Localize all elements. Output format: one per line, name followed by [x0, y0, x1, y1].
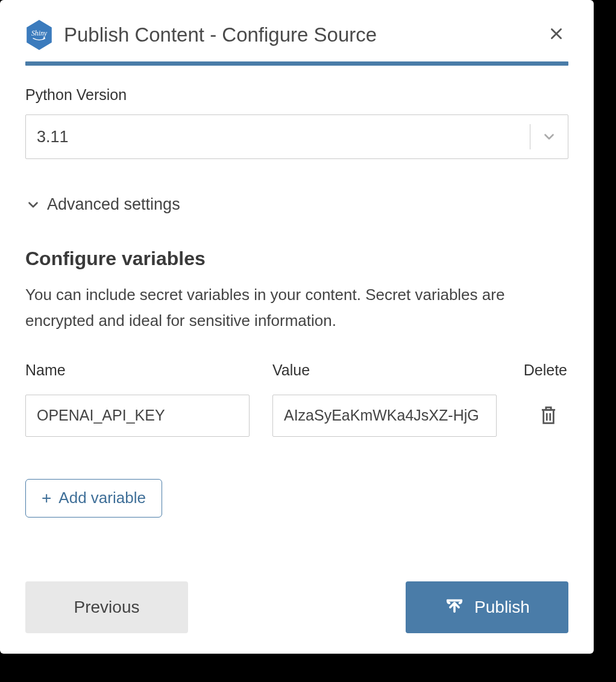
dialog-header: Shiny Publish Content - Configure Source: [25, 19, 568, 51]
dialog-body: Shiny Publish Content - Configure Source…: [0, 0, 594, 518]
shiny-logo-icon: Shiny: [25, 19, 53, 51]
svg-text:Shiny: Shiny: [31, 30, 48, 37]
python-version-value: 3.11: [37, 128, 530, 146]
variable-row: [25, 395, 568, 437]
header-divider: [25, 61, 568, 66]
delete-variable-button[interactable]: [538, 405, 559, 427]
publish-label: Publish: [474, 598, 530, 617]
dialog-footer: Previous Publish: [25, 581, 568, 633]
close-icon: [548, 26, 564, 44]
variables-table: Name Value Delete: [25, 361, 568, 437]
plus-icon: +: [42, 490, 51, 507]
python-version-label: Python Version: [25, 86, 568, 104]
chevron-down-icon: [25, 197, 41, 213]
upload-icon: [444, 597, 465, 618]
variable-name-input[interactable]: [25, 395, 250, 437]
variable-value-input[interactable]: [272, 395, 497, 437]
variables-header-row: Name Value Delete: [25, 361, 568, 379]
column-header-delete: Delete: [520, 361, 568, 379]
publish-dialog: Shiny Publish Content - Configure Source…: [0, 0, 594, 654]
previous-button[interactable]: Previous: [25, 581, 188, 633]
python-version-select[interactable]: 3.11: [25, 114, 568, 159]
dialog-title: Publish Content - Configure Source: [64, 23, 544, 46]
add-variable-label: Add variable: [58, 489, 146, 507]
advanced-settings-toggle[interactable]: Advanced settings: [25, 195, 568, 214]
configure-variables-title: Configure variables: [25, 248, 568, 270]
previous-label: Previous: [74, 598, 140, 617]
close-button[interactable]: [544, 23, 568, 47]
column-header-name: Name: [25, 361, 272, 379]
add-variable-button[interactable]: + Add variable: [25, 479, 162, 518]
publish-button[interactable]: Publish: [406, 581, 568, 633]
trash-icon: [538, 405, 559, 427]
advanced-settings-label: Advanced settings: [47, 195, 180, 214]
select-separator: [530, 124, 530, 149]
configure-variables-description: You can include secret variables in your…: [25, 282, 562, 334]
column-header-value: Value: [272, 361, 520, 379]
chevron-down-icon: [541, 129, 557, 145]
